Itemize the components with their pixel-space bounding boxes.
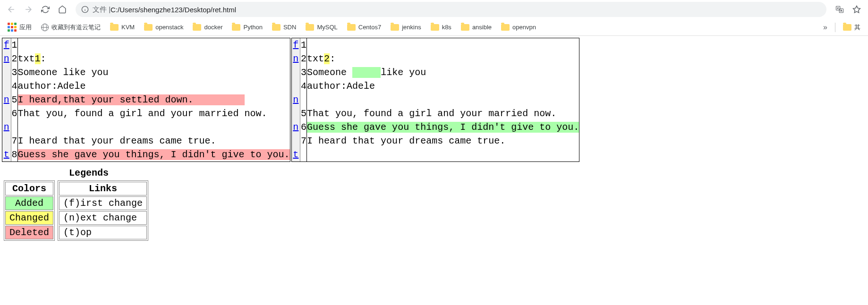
bookmark-label: MySQL [317, 24, 337, 31]
home-button[interactable] [55, 2, 70, 17]
apps-button[interactable]: 应用 [4, 21, 35, 34]
info-icon [81, 6, 89, 13]
bookmark-label: Centos7 [358, 24, 381, 31]
folder-icon [144, 24, 153, 31]
globe-icon [41, 24, 49, 31]
bookmark-label: KVM [121, 24, 135, 31]
diff-line-content [307, 38, 579, 52]
diff-link-col: n [292, 52, 300, 66]
bookmark-folder[interactable]: Centos7 [343, 22, 385, 33]
bookmark-label: 其 [854, 23, 860, 32]
diff-nav-link[interactable]: n [293, 122, 298, 133]
diff-row: n5I heard,that your settled down. [2, 93, 290, 107]
diff-nav-link[interactable]: n [293, 53, 298, 64]
diff-nav-link[interactable]: f [293, 40, 298, 51]
diff-table-right: f1n2txt2:3Someone like you4author:Adelen… [292, 38, 579, 161]
bookmark-folder[interactable]: openvpn [497, 22, 540, 33]
diff-nav-link[interactable]: n [293, 94, 298, 105]
bookmark-folder[interactable]: docker [189, 22, 226, 33]
url-prefix: 文件 | [93, 5, 111, 14]
diff-line-content: Someone like you [307, 66, 579, 79]
diff-nav-link[interactable]: f [4, 40, 9, 51]
diff-line-content: That you, found a girl and your married … [307, 107, 579, 120]
diff-line-number [300, 93, 307, 107]
back-button[interactable] [4, 2, 19, 17]
legends-title: Legends [4, 168, 174, 178]
diff-line-number: 6 [11, 107, 17, 120]
legend-color-cell: Deleted [5, 226, 53, 239]
diff-row: t [292, 148, 579, 161]
legend-color-cell: Added [5, 196, 53, 210]
bookmark-folder[interactable]: KVM [106, 22, 138, 33]
legend-links-table: Links (f)irst change(n)ext change(t)op [58, 180, 148, 241]
folder-icon [193, 24, 201, 31]
bookmark-other[interactable]: 其 [839, 21, 864, 34]
folder-icon [110, 24, 119, 31]
bookmark-youdao[interactable]: 收藏到有道云笔记 [37, 21, 104, 34]
diff-line-content [17, 38, 290, 52]
folder-icon [306, 24, 314, 31]
diff-row: n2txt2: [292, 52, 579, 66]
diff-row: f1 [2, 38, 290, 52]
apps-icon [8, 23, 17, 32]
bookmark-folder[interactable]: MySQL [302, 22, 341, 33]
diff-link-col [2, 107, 11, 120]
folder-icon [232, 24, 240, 31]
translate-icon[interactable] [832, 2, 847, 17]
forward-button[interactable] [21, 2, 36, 17]
diff-line-number: 2 [11, 52, 17, 66]
diff-line-content [17, 120, 290, 134]
address-bar[interactable]: 文件 | C:/Users/shengzhe123/Desktop/ret.ht… [76, 2, 826, 17]
diff-line-number [300, 148, 307, 161]
bookmark-folder[interactable]: openstack [140, 22, 187, 33]
bookmark-label: docker [204, 24, 222, 31]
bookmark-folder[interactable]: ansible [457, 22, 495, 33]
diff-link-col: f [2, 38, 11, 52]
diff-link-col: n [292, 93, 300, 107]
diff-link-col [292, 79, 300, 93]
diff-line-content [307, 93, 579, 107]
folder-icon [501, 24, 510, 31]
legend-color-cell: Changed [5, 211, 53, 225]
legend-link-cell: (f)irst change [59, 196, 147, 210]
diff-link-col: f [292, 38, 300, 52]
bookmark-label: SDN [283, 24, 296, 31]
bookmarks-bar: 应用 收藏到有道云笔记 KVMopenstackdockerPythonSDNM… [0, 19, 868, 36]
diff-nav-link[interactable]: t [293, 149, 298, 160]
diff-link-col [2, 66, 11, 79]
diff-link-col: t [292, 148, 300, 161]
bookmark-label: ansible [472, 24, 492, 31]
diff-line-number: 1 [300, 38, 307, 52]
folder-icon [272, 24, 281, 31]
diff-link-col: t [2, 148, 11, 161]
diff-row: 4author:Adele [2, 79, 290, 93]
diff-table-left: f1n2txt1:3Someone like you4author:Adelen… [2, 38, 290, 161]
diff-nav-link[interactable]: n [4, 53, 9, 64]
reload-button[interactable] [38, 2, 53, 17]
bookmark-folder[interactable]: SDN [268, 22, 300, 33]
bookmarks-overflow[interactable]: » [819, 23, 831, 32]
diff-row: 5That you, found a girl and your married… [292, 107, 579, 120]
diff-line-number: 7 [11, 134, 17, 148]
diff-container: f1n2txt1:3Someone like you4author:Adelen… [0, 36, 868, 164]
diff-panel-right: f1n2txt2:3Someone like you4author:Adelen… [291, 38, 580, 162]
diff-line-number [11, 120, 17, 134]
diff-row: f1 [292, 38, 579, 52]
folder-icon [431, 24, 439, 31]
diff-line-number: 7 [300, 134, 307, 148]
bookmark-folder[interactable]: Python [228, 22, 266, 33]
star-icon[interactable] [849, 2, 864, 17]
diff-line-content [307, 148, 579, 161]
diff-line-content: That you, found a girl and your married … [17, 107, 290, 120]
bookmark-folder[interactable]: k8s [427, 22, 455, 33]
apps-label: 应用 [19, 23, 32, 32]
bookmark-label: 收藏到有道云笔记 [51, 23, 101, 32]
bookmark-folder[interactable]: jenkins [387, 22, 425, 33]
diff-line-number: 3 [11, 66, 17, 79]
folder-icon [347, 24, 356, 31]
diff-line-content: Guess she gave you things, I didn't give… [307, 120, 579, 134]
diff-nav-link[interactable]: n [4, 94, 9, 105]
diff-nav-link[interactable]: n [4, 122, 9, 133]
diff-link-col [292, 66, 300, 79]
diff-nav-link[interactable]: t [4, 149, 9, 160]
